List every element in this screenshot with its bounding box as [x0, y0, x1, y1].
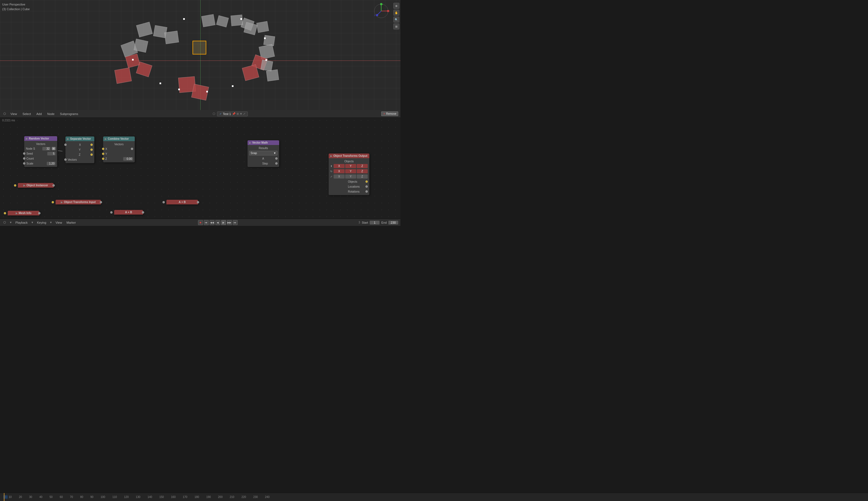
node-collapse-icon[interactable]: ▶ — [16, 212, 18, 215]
btn-x1[interactable]: X — [334, 164, 345, 168]
viewport-gizmo[interactable]: X Y Z — [373, 3, 389, 19]
menu-select[interactable]: Select — [21, 112, 32, 116]
node-title: A + B — [125, 211, 132, 214]
btn-prev-frame[interactable]: ◀◀ — [209, 220, 215, 225]
node-vector-math[interactable]: ▶ Vector Math Results Snap ▼ A Step — [248, 140, 279, 167]
socket-right — [197, 201, 199, 203]
vp-tool-grid[interactable]: ⊞ — [393, 23, 399, 30]
socket-x-out — [90, 143, 93, 146]
bottom-marker[interactable]: Marker — [65, 220, 77, 225]
cube-mesh — [260, 60, 273, 71]
btn-record[interactable]: ⏺ — [198, 220, 203, 225]
cube-mesh — [201, 14, 215, 27]
socket-left — [52, 201, 54, 203]
btn-x3[interactable]: X — [334, 174, 345, 179]
btn-prev-keyframe[interactable]: ◀ — [215, 220, 220, 225]
bottom-mode-icon[interactable]: ⬡ — [2, 221, 7, 224]
scale-icon: ⤢ — [330, 175, 333, 178]
viewport-3d[interactable]: User Perspective (3) Collection | Cube ⊕… — [0, 0, 400, 110]
end-frame-input[interactable] — [388, 221, 398, 224]
node-combine-vector[interactable]: ▶ Combine Vector Vectors X Y Z — [103, 137, 135, 162]
btn-skip-start[interactable]: ⏮ — [204, 220, 209, 225]
node-collapse-icon[interactable]: ▶ — [105, 138, 107, 140]
bottom-keying[interactable]: Keying — [36, 220, 47, 225]
socket-objects-out — [366, 181, 368, 183]
xyz-row-1: ⬆ X Y Z — [329, 163, 369, 169]
btn-z2[interactable]: Z — [357, 169, 368, 173]
btn-z1[interactable]: Z — [357, 164, 368, 168]
node-editor[interactable]: ⬡ View Select Add Node Subprograms ⬡ ✓ T… — [0, 110, 400, 226]
end-label: End — [381, 221, 387, 224]
btn-y1[interactable]: Y — [345, 164, 356, 168]
node-a-plus-b-1[interactable]: A + B — [166, 200, 198, 204]
scale-input[interactable] — [47, 162, 56, 166]
cube-mesh — [164, 31, 179, 44]
rotation-icon: ↻ — [330, 170, 333, 173]
btn-y3[interactable]: Y — [345, 174, 356, 179]
menu-subprograms[interactable]: Subprograms — [59, 112, 79, 116]
remove-x-icon: ✕ — [383, 112, 385, 115]
workspace-tab[interactable]: ✓ Test 1 📌 ⊞ ✕ ⤢ — [217, 111, 248, 116]
node-collapse-icon[interactable]: ▶ — [67, 138, 69, 140]
workspace-icon[interactable]: ⬡ — [213, 112, 215, 116]
workspace-expand[interactable]: ⤢ — [243, 112, 245, 115]
menu-view[interactable]: View — [9, 112, 18, 116]
node-collapse-icon[interactable]: ▶ — [23, 184, 25, 187]
btn-skip-end[interactable]: ⏭ — [233, 220, 238, 225]
svg-point-8 — [376, 14, 378, 16]
workspace-close[interactable]: ✕ — [240, 112, 242, 115]
node-collapse-icon[interactable]: ▶ — [330, 154, 332, 157]
fps-indicator: 3 — [359, 221, 360, 224]
node-separate-vector[interactable]: ▶ Separate Vector X Y Z Vectors — [65, 137, 94, 163]
btn-y2[interactable]: Y — [345, 169, 356, 173]
node-object-transforms-output[interactable]: ▶ Object Transforms Output Objects ⬆ X Y… — [329, 153, 369, 195]
node-a-plus-b-2[interactable]: A + B — [114, 210, 143, 215]
bottom-view[interactable]: View — [54, 220, 63, 225]
vp-tool-cursor[interactable]: ⊕ — [393, 3, 399, 9]
bottom-playback[interactable]: Playback — [14, 220, 29, 225]
viewport-tools: ⊕ ✋ 🔍 ⊞ — [393, 3, 399, 30]
socket-left — [163, 201, 165, 203]
node-object-transforms-input[interactable]: ▶ Object Transforms Input — [56, 200, 101, 204]
node-s-grid[interactable]: ⊞ — [52, 147, 56, 150]
vp-tool-zoom[interactable]: 🔍 — [393, 17, 399, 23]
vp-tool-hand[interactable]: ✋ — [393, 10, 399, 16]
menu-node[interactable]: Node — [46, 112, 56, 116]
btn-x2[interactable]: X — [334, 169, 345, 173]
workspace-pin[interactable]: 📌 — [232, 112, 236, 115]
z-input[interactable] — [123, 157, 133, 161]
node-object-instancer[interactable]: ▶ Object Instancer — [18, 183, 54, 188]
seed-input[interactable] — [47, 152, 56, 156]
node-mesh-info[interactable]: ▶ Mesh Info — [8, 211, 39, 215]
socket-z-in — [102, 158, 104, 160]
dot-marker — [240, 18, 242, 20]
bottom-keying-dropdown[interactable]: ▼ — [50, 221, 52, 224]
btn-play-forward[interactable]: ▶ — [221, 220, 226, 225]
vector-math-dropdown[interactable]: Snap ▼ — [249, 151, 278, 156]
location-icon: ⬆ — [330, 165, 333, 168]
menu-add[interactable]: Add — [35, 112, 43, 116]
socket-vectors-out — [131, 148, 133, 150]
node-title: Vector Math — [252, 141, 268, 144]
btn-z3[interactable]: Z — [357, 174, 368, 179]
btn-next-keyframe[interactable]: ▶▶ — [227, 220, 232, 225]
node-collapse-icon[interactable]: ▶ — [61, 201, 63, 204]
mode-icon[interactable]: ⬡ — [2, 112, 7, 116]
node-s-input[interactable] — [42, 147, 51, 150]
remove-button[interactable]: ✕ Remove — [381, 111, 398, 116]
cube-mesh — [134, 39, 148, 53]
node-collapse-icon[interactable]: ▶ — [26, 137, 28, 140]
socket-right — [100, 201, 102, 203]
socket-right — [142, 211, 144, 213]
bottom-playback-dropdown[interactable]: ▼ — [31, 221, 34, 224]
start-frame-input[interactable] — [370, 221, 380, 224]
bottom-dropdown[interactable]: ▼ — [9, 221, 12, 224]
workspace-name: Test 1 — [223, 112, 231, 116]
workspace-copy[interactable]: ⊞ — [237, 112, 239, 115]
socket-scale-left — [23, 162, 25, 164]
dot-marker — [206, 91, 208, 93]
svg-text:Y: Y — [382, 3, 383, 6]
node-collapse-icon[interactable]: ▶ — [249, 141, 251, 144]
socket-in — [64, 143, 67, 146]
node-random-vector[interactable]: ▶ Random Vector Vectors Node S ⊞ Seed Co… — [24, 136, 57, 167]
